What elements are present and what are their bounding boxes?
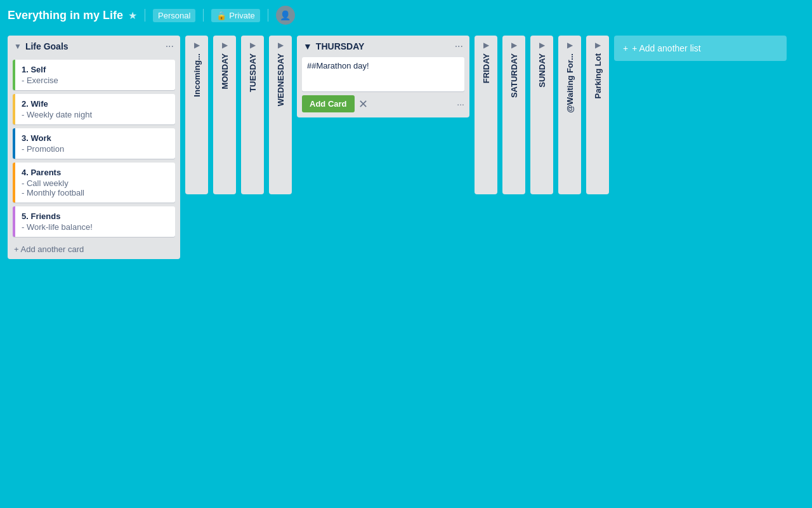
private-label: Private bbox=[229, 11, 254, 20]
monday-expand-icon[interactable]: ▶ bbox=[222, 41, 228, 50]
card-work-title: 3. Work bbox=[22, 133, 169, 143]
list-life-goals-header: ▼ Life Goals ··· bbox=[8, 36, 180, 57]
header-divider3 bbox=[268, 9, 268, 22]
list-parking-lot: ▶ Parking Lot bbox=[586, 36, 609, 194]
card-self-title: 1. Self bbox=[22, 65, 169, 74]
add-card-button[interactable]: Add Card bbox=[302, 95, 355, 112]
thursday-collapse-icon[interactable]: ▼ bbox=[303, 41, 312, 51]
avatar[interactable]: 👤 bbox=[276, 6, 295, 25]
header-divider bbox=[145, 9, 145, 22]
parking-lot-title[interactable]: Parking Lot bbox=[593, 53, 603, 99]
header-divider2 bbox=[203, 9, 204, 22]
card-wife-title: 2. Wife bbox=[22, 99, 169, 109]
waiting-for-title[interactable]: @Waiting For... bbox=[565, 53, 575, 113]
list-life-goals: ▼ Life Goals ··· 1. Self - Exercise 2. W… bbox=[8, 36, 180, 259]
card-self[interactable]: 1. Self - Exercise bbox=[13, 60, 175, 90]
card-friends-subtitle: - Work-life balance! bbox=[22, 222, 169, 232]
board-title: Everything in my Life bbox=[8, 9, 123, 22]
card-editor[interactable]: ##Marathon day! bbox=[302, 57, 464, 91]
wednesday-expand-icon[interactable]: ▶ bbox=[278, 41, 284, 50]
card-parents-title: 4. Parents bbox=[22, 168, 169, 177]
tuesday-title[interactable]: TUESDAY bbox=[248, 53, 258, 92]
list-tuesday: ▶ TUESDAY bbox=[241, 36, 264, 194]
parking-expand-icon[interactable]: ▶ bbox=[595, 41, 601, 50]
add-list-plus-icon: + bbox=[623, 43, 628, 53]
waiting-expand-icon[interactable]: ▶ bbox=[567, 41, 573, 50]
list-life-goals-cards: 1. Self - Exercise 2. Wife - Weekly date… bbox=[8, 57, 180, 239]
collapse-icon[interactable]: ▼ bbox=[14, 42, 22, 51]
card-work-subtitle: - Promotion bbox=[22, 144, 169, 154]
star-icon[interactable]: ★ bbox=[128, 10, 137, 22]
list-thursday: ▼ THURSDAY ··· ##Marathon day! Add Card … bbox=[297, 36, 469, 117]
list-friday: ▶ FRIDAY bbox=[475, 36, 497, 194]
sunday-expand-icon[interactable]: ▶ bbox=[539, 41, 545, 50]
list-life-goals-title: ▼ Life Goals bbox=[14, 41, 69, 51]
card-wife[interactable]: 2. Wife - Weekly date night bbox=[13, 94, 175, 124]
avatar-icon: 👤 bbox=[280, 10, 291, 20]
private-badge[interactable]: 🔒 Private bbox=[211, 9, 259, 22]
add-another-card[interactable]: + Add another card bbox=[8, 239, 180, 259]
list-menu-icon[interactable]: ··· bbox=[166, 41, 174, 52]
card-parents-subtitle: - Call weekly- Monthly football bbox=[22, 178, 169, 197]
close-editor-button[interactable]: ✕ bbox=[358, 97, 368, 111]
card-parents[interactable]: 4. Parents - Call weekly- Monthly footba… bbox=[13, 163, 175, 203]
list-waiting-for: ▶ @Waiting For... bbox=[558, 36, 581, 194]
sunday-title[interactable]: SUNDAY bbox=[537, 53, 547, 88]
personal-badge[interactable]: Personal bbox=[153, 9, 195, 22]
card-friends[interactable]: 5. Friends - Work-life balance! bbox=[13, 206, 175, 237]
add-list-button[interactable]: + + Add another list bbox=[614, 36, 787, 61]
thursday-menu-icon[interactable]: ··· bbox=[455, 41, 463, 52]
incoming-title[interactable]: Incoming... bbox=[192, 53, 202, 97]
card-wife-subtitle: - Weekly date night bbox=[22, 110, 169, 119]
card-friends-title: 5. Friends bbox=[22, 211, 169, 221]
board: ▼ Life Goals ··· 1. Self - Exercise 2. W… bbox=[0, 30, 812, 264]
monday-title[interactable]: MONDAY bbox=[220, 53, 230, 90]
lock-icon: 🔒 bbox=[216, 11, 226, 20]
friday-expand-icon[interactable]: ▶ bbox=[483, 41, 489, 50]
list-saturday: ▶ SATURDAY bbox=[502, 36, 525, 194]
board-header: Everything in my Life ★ Personal 🔒 Priva… bbox=[0, 0, 812, 30]
list-monday: ▶ MONDAY bbox=[213, 36, 236, 194]
thursday-header: ▼ THURSDAY ··· bbox=[297, 36, 469, 57]
card-work[interactable]: 3. Work - Promotion bbox=[13, 128, 175, 159]
card-editor-text: ##Marathon day! bbox=[307, 61, 369, 70]
tuesday-expand-icon[interactable]: ▶ bbox=[250, 41, 256, 50]
card-editor-menu-icon[interactable]: ··· bbox=[457, 99, 464, 109]
list-incoming: ▶ Incoming... bbox=[185, 36, 208, 194]
card-editor-actions: Add Card ✕ ··· bbox=[297, 95, 469, 117]
card-self-subtitle: - Exercise bbox=[22, 76, 169, 85]
friday-title[interactable]: FRIDAY bbox=[481, 53, 491, 83]
list-wednesday: ▶ WEDNESDAY bbox=[269, 36, 292, 194]
wednesday-title[interactable]: WEDNESDAY bbox=[276, 53, 285, 106]
incoming-expand-icon[interactable]: ▶ bbox=[194, 41, 200, 50]
saturday-expand-icon[interactable]: ▶ bbox=[511, 41, 517, 50]
add-list-label: + Add another list bbox=[632, 43, 701, 53]
thursday-title-wrap: ▼ THURSDAY bbox=[303, 41, 364, 51]
thursday-title: THURSDAY bbox=[316, 41, 365, 51]
list-sunday: ▶ SUNDAY bbox=[530, 36, 553, 194]
saturday-title[interactable]: SATURDAY bbox=[509, 53, 519, 98]
